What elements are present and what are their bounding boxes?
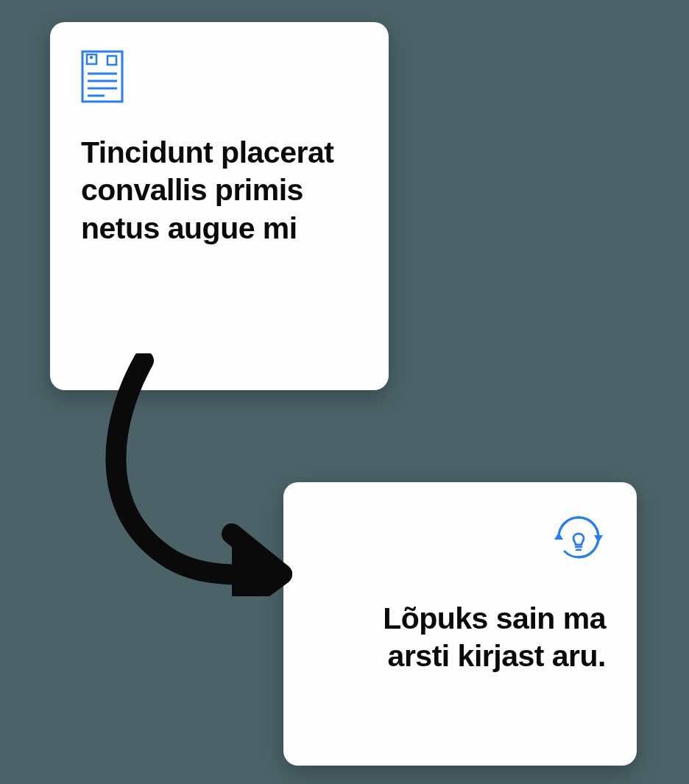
arrow-icon bbox=[85, 353, 305, 596]
source-card: Tincidunt placerat convallis primis netu… bbox=[50, 22, 389, 390]
result-card: Lõpuks sain ma arsti kirjast aru. bbox=[283, 482, 637, 766]
refresh-idea-icon bbox=[551, 510, 606, 565]
medical-document-icon bbox=[81, 50, 124, 103]
card-icon-wrap bbox=[81, 50, 358, 103]
svg-rect-2 bbox=[107, 56, 116, 65]
card-title: Tincidunt placerat convallis primis netu… bbox=[81, 134, 358, 247]
card-icon-wrap bbox=[314, 510, 606, 565]
svg-rect-1 bbox=[87, 54, 96, 64]
card-title: Lõpuks sain ma arsti kirjast aru. bbox=[314, 600, 606, 676]
connector-arrow bbox=[85, 353, 305, 596]
svg-marker-9 bbox=[594, 535, 603, 543]
